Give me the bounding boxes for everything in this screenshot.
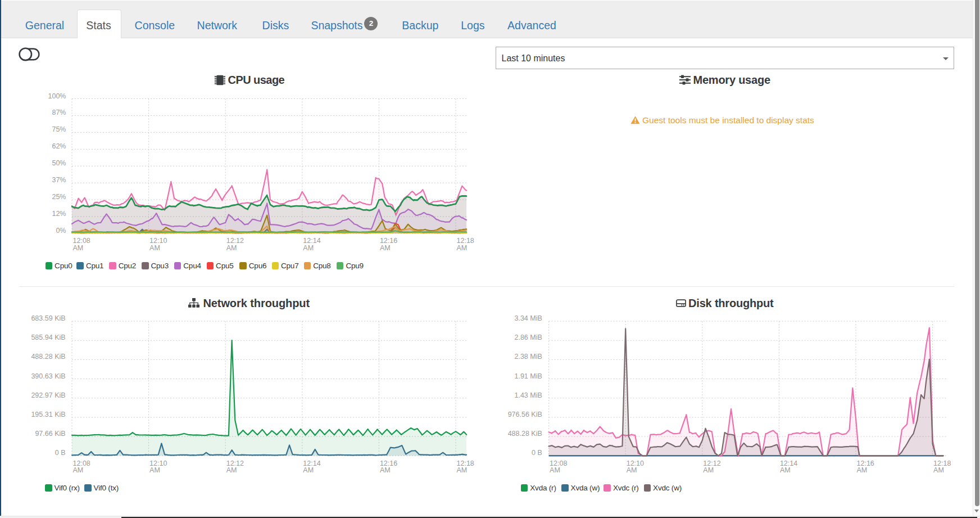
svg-text:0 B: 0 B — [55, 449, 66, 457]
svg-text:0 B: 0 B — [532, 449, 542, 457]
svg-text:AM: AM — [73, 466, 84, 474]
svg-text:AM: AM — [627, 466, 637, 474]
svg-text:292.97 KiB: 292.97 KiB — [31, 391, 65, 399]
svg-text:97.66 KiB: 97.66 KiB — [35, 430, 65, 438]
svg-text:AM: AM — [933, 466, 944, 474]
svg-text:1.91 MiB: 1.91 MiB — [514, 372, 542, 380]
svg-text:AM: AM — [857, 466, 868, 474]
svg-text:AM: AM — [303, 466, 314, 474]
svg-text:0%: 0% — [56, 227, 66, 235]
svg-text:AM: AM — [380, 244, 391, 252]
svg-text:50%: 50% — [52, 159, 66, 167]
svg-text:976.56 KiB: 976.56 KiB — [508, 411, 542, 418]
svg-text:488.28 KiB: 488.28 KiB — [508, 430, 542, 438]
svg-text:AM: AM — [780, 466, 791, 474]
svg-text:585.94 KiB: 585.94 KiB — [31, 334, 65, 341]
svg-text:AM: AM — [303, 244, 314, 252]
svg-text:75%: 75% — [52, 125, 66, 133]
svg-text:390.63 KiB: 390.63 KiB — [31, 372, 65, 380]
svg-text:12%: 12% — [52, 210, 66, 218]
svg-text:195.31 KiB: 195.31 KiB — [31, 411, 65, 418]
svg-text:AM: AM — [73, 244, 84, 252]
svg-text:AM: AM — [457, 466, 468, 474]
svg-text:87%: 87% — [52, 109, 66, 116]
svg-text:62%: 62% — [52, 142, 66, 150]
svg-text:37%: 37% — [52, 176, 66, 184]
svg-text:1.43 MiB: 1.43 MiB — [514, 391, 542, 399]
svg-text:AM: AM — [149, 244, 160, 252]
svg-text:488.28 KiB: 488.28 KiB — [31, 353, 65, 361]
svg-text:3.34 MiB: 3.34 MiB — [514, 314, 542, 322]
svg-text:AM: AM — [149, 466, 160, 474]
svg-text:AM: AM — [703, 466, 714, 474]
svg-text:AM: AM — [380, 466, 391, 474]
svg-text:683.59 KiB: 683.59 KiB — [31, 314, 65, 322]
svg-text:2.38 MiB: 2.38 MiB — [514, 353, 542, 361]
svg-text:100%: 100% — [48, 92, 66, 100]
svg-text:AM: AM — [226, 244, 237, 252]
svg-text:AM: AM — [226, 466, 237, 474]
svg-text:AM: AM — [457, 244, 468, 252]
svg-text:25%: 25% — [52, 193, 66, 201]
svg-text:2.86 MiB: 2.86 MiB — [514, 334, 542, 341]
svg-text:AM: AM — [550, 466, 560, 474]
